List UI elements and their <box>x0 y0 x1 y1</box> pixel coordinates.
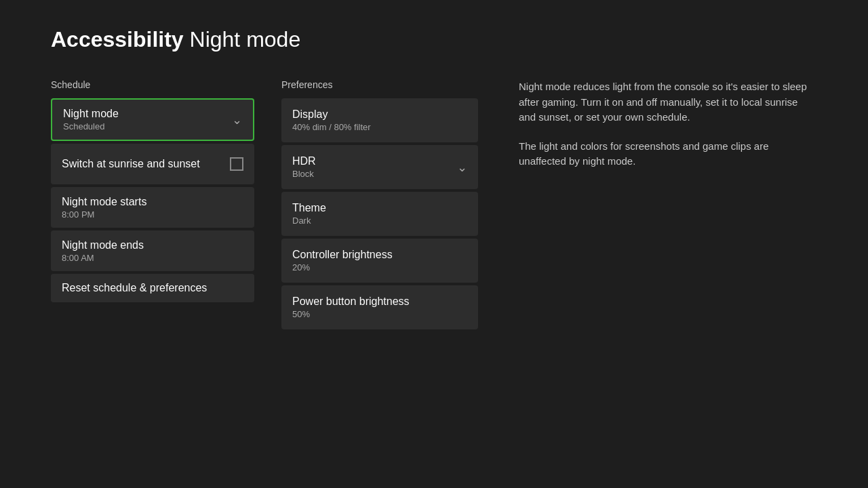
night-mode-ends-subtitle: 8:00 AM <box>62 253 144 263</box>
night-mode-starts-item[interactable]: Night mode starts 8:00 PM <box>51 187 254 228</box>
power-button-brightness-subtitle: 50% <box>292 309 410 319</box>
night-mode-starts-content: Night mode starts 8:00 PM <box>62 196 146 220</box>
power-button-brightness-content: Power button brightness 50% <box>292 296 410 319</box>
preferences-section-label: Preferences <box>281 79 478 90</box>
schedule-column: Schedule Night mode Scheduled ⌄ Switch a… <box>51 79 254 332</box>
content-area: Schedule Night mode Scheduled ⌄ Switch a… <box>51 79 817 332</box>
night-mode-chevron-icon: ⌄ <box>232 113 242 127</box>
page-container: Accessibility Night mode Schedule Night … <box>0 0 868 359</box>
display-subtitle: 40% dim / 80% filter <box>292 122 371 132</box>
info-paragraph-2: The light and colors for screenshots and… <box>519 139 817 169</box>
hdr-subtitle: Block <box>292 169 316 179</box>
reset-button[interactable]: Reset schedule & preferences <box>51 274 254 302</box>
info-column: Night mode reduces light from the consol… <box>505 79 817 332</box>
power-button-brightness-title: Power button brightness <box>292 296 410 308</box>
controller-brightness-subtitle: 20% <box>292 262 393 272</box>
display-title: Display <box>292 108 371 121</box>
night-mode-ends-content: Night mode ends 8:00 AM <box>62 239 144 263</box>
sunrise-sunset-checkbox[interactable] <box>230 157 243 171</box>
controller-brightness-title: Controller brightness <box>292 249 393 261</box>
info-paragraph-1: Night mode reduces light from the consol… <box>519 79 817 125</box>
night-mode-starts-title: Night mode starts <box>62 196 146 208</box>
night-mode-starts-subtitle: 8:00 PM <box>62 209 146 220</box>
night-mode-subtitle: Scheduled <box>63 121 119 131</box>
display-item[interactable]: Display 40% dim / 80% filter <box>281 98 478 142</box>
night-mode-ends-title: Night mode ends <box>62 239 144 251</box>
theme-item[interactable]: Theme Dark <box>281 192 478 236</box>
night-mode-title: Night mode <box>63 108 119 120</box>
sunrise-sunset-item[interactable]: Switch at sunrise and sunset <box>51 144 254 184</box>
theme-content: Theme Dark <box>292 202 326 226</box>
controller-brightness-content: Controller brightness 20% <box>292 249 393 272</box>
night-mode-ends-item[interactable]: Night mode ends 8:00 AM <box>51 230 254 271</box>
night-mode-item[interactable]: Night mode Scheduled ⌄ <box>51 98 254 141</box>
controller-brightness-item[interactable]: Controller brightness 20% <box>281 239 478 283</box>
night-mode-content: Night mode Scheduled <box>63 108 119 131</box>
page-title: Accessibility Night mode <box>51 27 817 52</box>
theme-title: Theme <box>292 202 326 214</box>
theme-subtitle: Dark <box>292 216 326 226</box>
sunrise-sunset-title: Switch at sunrise and sunset <box>62 158 200 170</box>
sunrise-sunset-content: Switch at sunrise and sunset <box>62 157 243 171</box>
hdr-content: HDR Block <box>292 155 316 179</box>
power-button-brightness-item[interactable]: Power button brightness 50% <box>281 285 478 329</box>
hdr-item[interactable]: HDR Block ⌄ <box>281 145 478 189</box>
preferences-column: Preferences Display 40% dim / 80% filter… <box>281 79 478 332</box>
display-content: Display 40% dim / 80% filter <box>292 108 371 132</box>
schedule-section-label: Schedule <box>51 79 254 90</box>
hdr-chevron-icon: ⌄ <box>457 160 467 175</box>
hdr-title: HDR <box>292 155 316 167</box>
